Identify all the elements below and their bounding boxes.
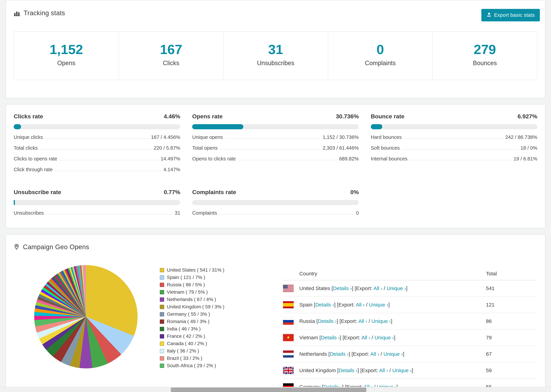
metric-value: 220 / 5.87% [154, 145, 180, 151]
details-link-russia[interactable]: Details › [318, 318, 337, 324]
legend-item-south-africa[interactable]: South Africa ( 29 / 2% ) [160, 363, 256, 368]
details-link-spain[interactable]: Details › [315, 302, 334, 308]
metric-label: Total clicks [14, 145, 38, 151]
stat-value-complaints: 0 [328, 42, 432, 57]
metric-value: 1,152 / 30.736% [323, 134, 359, 140]
metric-row: Unsubscribes31 [14, 210, 180, 216]
legend-swatch-south-africa [160, 364, 164, 368]
legend-label: Canada ( 40 / 2% ) [167, 341, 207, 346]
legend-item-united-states[interactable]: United States ( 541 / 31% ) [160, 268, 256, 273]
legend-item-netherlands[interactable]: Netherlands ( 67 / 4% ) [160, 297, 256, 302]
rate-title: Clicks rate [14, 113, 43, 120]
legend-item-united-kingdom[interactable]: United Kingdom ( 59 / 3% ) [160, 304, 256, 309]
rate-title: Bounce rate [371, 113, 404, 120]
metric-value: 167 / 4.456% [151, 134, 180, 140]
export-all-link-united-kingdom[interactable]: All › [379, 368, 388, 373]
geo-table-header-row: Country Total [283, 269, 537, 280]
country-cell: United States [Details ›] [Export: All ›… [299, 280, 486, 297]
legend-swatch-brazil [160, 356, 164, 361]
stat-label-opens: Opens [14, 60, 119, 67]
scrollbar-thumb[interactable] [171, 388, 366, 392]
export-unique-link-russia[interactable]: Unique › [372, 318, 391, 324]
metric-label: Complaints [192, 210, 217, 216]
dotted-leader [404, 138, 503, 139]
pie-legend: United States ( 541 / 31% )Spain ( 121 /… [160, 268, 256, 371]
export-unique-link-united-kingdom[interactable]: Unique › [392, 368, 412, 373]
legend-swatch-united-states [160, 268, 164, 272]
stat-box-unsubscribes: 31Unsubscribes [223, 32, 328, 80]
legend-item-romania[interactable]: Romania ( 49 / 3% ) [160, 319, 256, 324]
export-all-link-netherlands[interactable]: All › [370, 351, 379, 357]
metric-row: Unique clicks167 / 4.456% [14, 134, 180, 140]
export-unique-link-spain[interactable]: Unique › [369, 302, 388, 308]
progress-bar-fill [192, 124, 243, 129]
total-cell: 86 [486, 313, 537, 329]
legend-label: United Kingdom ( 59 / 3% ) [167, 304, 224, 309]
legend-swatch-vietnam [160, 290, 164, 294]
rate-head-bounce-rate: Bounce rate6.927% [371, 113, 537, 120]
details-link-vietnam[interactable]: Details › [321, 335, 340, 340]
metric-row: Hard bounces242 / 86.738% [371, 134, 537, 140]
legend-swatch-italy [160, 349, 164, 353]
metric-value: 31 [175, 210, 180, 216]
flag-cell [283, 329, 299, 346]
details-link-united-states[interactable]: Details › [333, 286, 352, 291]
geo-opens-pie-chart [34, 265, 138, 368]
total-cell: 59 [486, 362, 537, 379]
rate-head-complaints-rate: Complaints rate0% [192, 189, 359, 196]
flag-cell [283, 297, 299, 313]
legend-swatch-india [160, 327, 164, 331]
rate-percent-value: 0% [350, 189, 359, 196]
rate-title: Complaints rate [192, 189, 236, 196]
legend-item-germany[interactable]: Germany ( 55 / 3% ) [160, 312, 256, 317]
metric-row: Click through rate4.147% [14, 167, 180, 172]
legend-swatch-netherlands [160, 297, 164, 302]
rate-block-opens-rate: Opens rate30.736%Unique opens1,152 / 30.… [192, 113, 359, 172]
export-all-link-russia[interactable]: All › [358, 318, 367, 324]
stat-label-unsubscribes: Unsubscribes [224, 60, 328, 67]
export-all-link-vietnam[interactable]: All › [361, 335, 370, 340]
details-link-netherlands[interactable]: Details › [330, 351, 349, 357]
legend-label: United States ( 541 / 31% ) [167, 268, 224, 273]
metric-row: Unique opens1,152 / 30.736% [192, 134, 359, 140]
metric-row: Opens to clicks rate689.82% [192, 156, 359, 162]
legend-item-russia[interactable]: Russia ( 86 / 5% ) [160, 282, 256, 287]
rate-percent-value: 0.77% [164, 189, 180, 196]
tracking-stats-header: Tracking stats Export basic stats [6, 0, 545, 31]
flag-ru-icon [283, 318, 294, 325]
metric-label: Click through rate [14, 167, 53, 172]
legend-item-spain[interactable]: Spain ( 121 / 7% ) [160, 275, 256, 280]
stat-value-clicks: 167 [119, 42, 223, 57]
horizontal-scrollbar[interactable] [0, 387, 551, 392]
legend-item-vietnam[interactable]: Vietnam ( 79 / 5% ) [160, 290, 256, 294]
legend-label: Romania ( 49 / 3% ) [167, 319, 209, 324]
geo-body: United States ( 541 / 31% )Spain ( 121 /… [14, 254, 537, 392]
tracking-stats-card: Tracking stats Export basic stats 1,152O… [6, 0, 545, 98]
legend-item-india[interactable]: India ( 46 / 3% ) [160, 327, 256, 331]
dotted-leader [220, 149, 321, 149]
metric-value: 4.147% [163, 167, 180, 172]
details-link-united-kingdom[interactable]: Details › [339, 368, 357, 373]
legend-item-france[interactable]: France ( 42 / 2% ) [160, 334, 256, 339]
export-unique-link-united-states[interactable]: Unique › [387, 286, 406, 291]
export-all-link-united-states[interactable]: All › [374, 286, 382, 291]
export-unique-link-vietnam[interactable]: Unique › [374, 335, 394, 340]
legend-item-italy[interactable]: Italy ( 36 / 2% ) [160, 349, 256, 353]
rate-block-clicks-rate: Clicks rate4.46%Unique clicks167 / 4.456… [14, 113, 180, 172]
legend-item-brazil[interactable]: Brazil ( 33 / 2% ) [160, 356, 256, 361]
flag-column-header [283, 269, 299, 280]
flag-es-icon [283, 301, 294, 308]
progress-bar [192, 200, 359, 205]
stat-label-clicks: Clicks [119, 60, 223, 67]
legend-item-canada[interactable]: Canada ( 40 / 2% ) [160, 341, 256, 346]
country-column-header: Country [299, 269, 486, 280]
legend-label: Brazil ( 33 / 2% ) [167, 356, 202, 361]
rate-percent-value: 4.46% [164, 113, 180, 120]
total-cell: 79 [486, 329, 537, 346]
export-basic-stats-button[interactable]: Export basic stats [481, 9, 540, 21]
metric-label: Unique opens [192, 134, 223, 140]
geo-table-row-netherlands: Netherlands [Details ›] [Export: All › /… [283, 346, 537, 362]
stat-label-complaints: Complaints [328, 60, 432, 67]
export-unique-link-netherlands[interactable]: Unique › [383, 351, 403, 357]
export-all-link-spain[interactable]: All › [356, 302, 365, 308]
